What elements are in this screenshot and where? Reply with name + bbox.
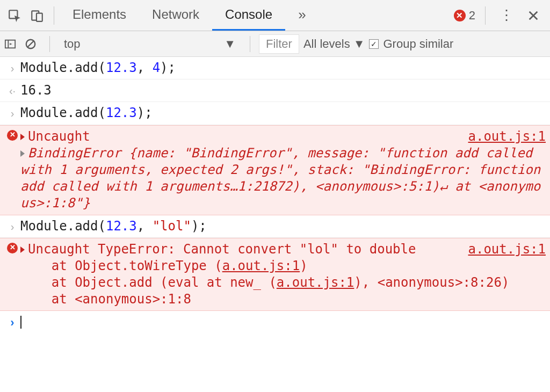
error-icon: ✕ <box>4 241 20 253</box>
separator <box>54 6 54 25</box>
error-icon: ✕ <box>454 10 466 21</box>
console-input-row: › Module.add(12.3, "lol"); <box>0 215 550 238</box>
overflow-icon: » <box>298 6 306 23</box>
chevron-down-icon: ▼ <box>224 37 236 51</box>
chevron-down-icon: ▼ <box>353 37 365 51</box>
console-prompt-row[interactable]: › <box>0 311 550 333</box>
console-command[interactable]: Module.add(12.3, "lol"); <box>20 218 546 235</box>
text-caret <box>20 316 21 329</box>
error-headline: Uncaught TypeError: Cannot convert "lol"… <box>28 242 416 257</box>
disclosure-triangle-icon[interactable] <box>20 246 25 253</box>
tab-network[interactable]: Network <box>139 0 212 31</box>
tab-elements[interactable]: Elements <box>60 0 139 31</box>
console-result-row: ‹· 16.3 <box>0 79 550 102</box>
console-error-row: ✕ a.out.js:1 Uncaught TypeError: Cannot … <box>0 238 550 311</box>
console-input-row: › Module.add(12.3); <box>0 102 550 125</box>
disclosure-triangle-icon[interactable] <box>20 134 25 140</box>
source-link[interactable]: a.out.js:1 <box>222 258 300 273</box>
console-log: › Module.add(12.3, 4); ‹· 16.3 › Module.… <box>0 57 550 333</box>
return-chevron-icon: ‹· <box>4 82 20 98</box>
console-error-row: ✕ a.out.js:1 Uncaught BindingError {name… <box>0 125 550 215</box>
error-count: 2 <box>469 9 475 23</box>
input-chevron-icon: › <box>4 105 20 120</box>
svg-rect-2 <box>37 13 42 21</box>
context-selector[interactable]: top ▼ <box>59 35 241 53</box>
separator <box>250 36 250 52</box>
source-link[interactable]: a.out.js:1 <box>468 128 546 145</box>
error-object[interactable]: BindingError {name: "BindingError", mess… <box>20 146 540 211</box>
clear-console-icon[interactable] <box>25 38 41 50</box>
device-toolbar-icon[interactable] <box>26 4 48 27</box>
separator <box>485 6 486 25</box>
toggle-sidebar-icon[interactable] <box>4 38 20 50</box>
console-input[interactable] <box>20 314 546 330</box>
input-chevron-icon: › <box>4 218 20 234</box>
close-icon[interactable] <box>522 4 545 27</box>
tab-overflow[interactable]: » <box>285 0 319 31</box>
disclosure-triangle-icon[interactable] <box>20 150 25 157</box>
prompt-chevron-icon: › <box>4 314 20 331</box>
error-body[interactable]: a.out.js:1 Uncaught BindingError {name: … <box>20 128 546 212</box>
panel-tabs: Elements Network Console » <box>60 0 454 31</box>
devtools-tab-bar: Elements Network Console » ✕ 2 ⋮ <box>0 0 550 31</box>
console-toolbar: top ▼ Filter All levels ▼ ✓ Group simila… <box>0 31 550 57</box>
error-counter[interactable]: ✕ 2 <box>454 9 475 23</box>
error-body[interactable]: a.out.js:1 Uncaught TypeError: Cannot co… <box>20 241 546 308</box>
menu-icon[interactable]: ⋮ <box>495 4 518 27</box>
console-command[interactable]: Module.add(12.3, 4); <box>20 60 546 76</box>
context-value: top <box>64 37 81 51</box>
log-level-selector[interactable]: All levels ▼ <box>303 37 365 51</box>
input-chevron-icon: › <box>4 60 20 75</box>
filter-placeholder-text: Filter <box>266 37 292 50</box>
tab-console[interactable]: Console <box>212 0 285 31</box>
inspect-element-icon[interactable] <box>3 4 26 27</box>
console-command[interactable]: Module.add(12.3); <box>20 105 546 121</box>
source-link[interactable]: a.out.js:1 <box>277 275 354 290</box>
separator <box>49 36 50 52</box>
error-headline: Uncaught <box>28 129 90 144</box>
stack-trace: at Object.toWireType (a.out.js:1) at Obj… <box>20 258 546 308</box>
group-similar-label: Group similar <box>383 37 453 51</box>
log-level-label: All levels <box>303 37 350 51</box>
filter-input[interactable]: Filter <box>259 34 299 54</box>
checkbox-checked-icon: ✓ <box>369 39 379 49</box>
console-input-row: › Module.add(12.3, 4); <box>0 57 550 79</box>
return-value[interactable]: 16.3 <box>20 82 546 99</box>
source-link[interactable]: a.out.js:1 <box>468 241 546 258</box>
group-similar-toggle[interactable]: ✓ Group similar <box>369 37 453 51</box>
error-icon: ✕ <box>4 128 20 141</box>
